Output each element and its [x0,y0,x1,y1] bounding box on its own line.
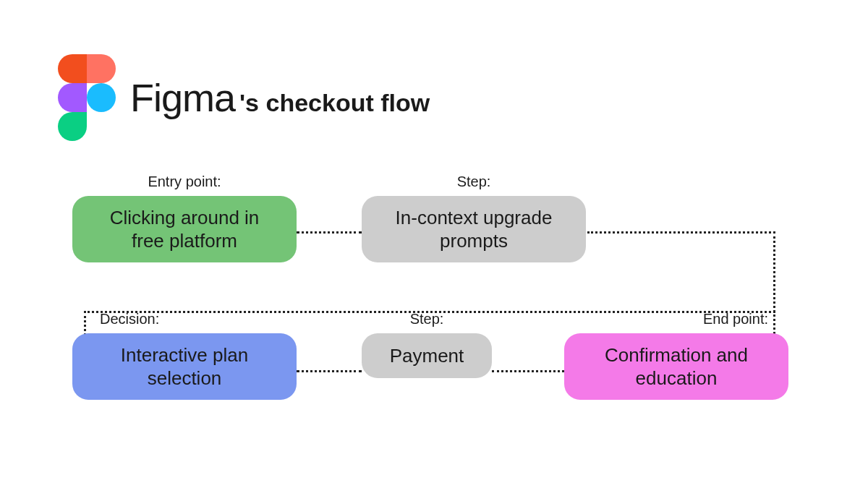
node-decision: Decision: Interactive plan selection [72,311,297,400]
node-end: End point: Confirmation and education [564,311,788,400]
node-step1: Step: In-context upgrade prompts [362,174,586,262]
connector-decision-to-payment [297,370,362,372]
title-suffix: 's checkout flow [239,89,430,117]
node-step1-box: In-context upgrade prompts [362,196,586,262]
node-entry-box: Clicking around in free platform [72,196,297,262]
node-entry-label: Entry point: [148,174,221,190]
node-step2-label: Step: [410,311,444,328]
connector-step1-right [587,231,775,234]
title-group: Figma 's checkout flow [130,75,430,120]
connector-entry-to-step1 [297,231,362,234]
node-step2: Step: Payment [362,311,492,378]
node-end-label: End point: [703,311,768,328]
brand-name: Figma [130,75,235,120]
svg-point-0 [87,83,116,112]
node-step2-box: Payment [362,333,492,378]
flow-diagram: Entry point: Clicking around in free pla… [72,174,796,448]
node-decision-label: Decision: [100,311,159,328]
figma-logo-icon [58,54,116,141]
node-decision-box: Interactive plan selection [72,333,297,400]
node-step1-label: Step: [457,174,491,190]
node-entry: Entry point: Clicking around in free pla… [72,174,297,262]
node-end-box: Confirmation and education [564,333,788,400]
connector-payment-to-end [492,370,564,372]
diagram-header: Figma 's checkout flow [58,54,430,141]
